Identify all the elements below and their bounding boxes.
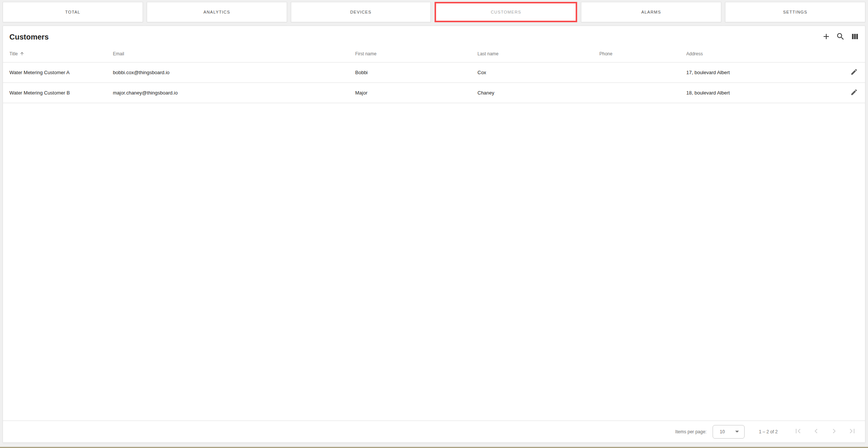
add-customer-button[interactable] [821, 31, 832, 43]
column-header-last-name[interactable]: Last name [477, 46, 599, 62]
tab-total[interactable]: TOTAL [3, 2, 143, 22]
cell-actions [842, 62, 865, 82]
previous-page-button[interactable] [812, 427, 821, 436]
column-header-email[interactable]: Email [113, 46, 355, 62]
cell-first-name: Bobbi [355, 62, 477, 82]
column-header-title-label: Title [9, 51, 18, 56]
table-row[interactable]: Water Metering Customer B major.chaney@t… [3, 82, 865, 103]
page-size-select[interactable]: 10 [713, 425, 745, 439]
column-header-actions [842, 46, 865, 62]
tab-alarms[interactable]: ALARMS [581, 2, 721, 22]
dashboard-state-tabs: TOTAL ANALYTICS DEVICES CUSTOMERS ALARMS… [3, 2, 865, 22]
card-toolbar [821, 31, 860, 43]
cell-last-name: Chaney [477, 82, 599, 103]
table-row[interactable]: Water Metering Customer A bobbi.cox@thin… [3, 62, 865, 82]
table-empty-area [3, 103, 865, 421]
cell-first-name: Major [355, 82, 477, 103]
cell-last-name: Cox [477, 62, 599, 82]
page-title: Customers [9, 33, 49, 41]
chevron-left-icon [812, 427, 821, 437]
first-page-button[interactable] [794, 427, 803, 436]
tab-analytics[interactable]: ANALYTICS [147, 2, 287, 22]
cell-title: Water Metering Customer A [3, 62, 113, 82]
customers-table: Title Email First name Last name Phone A… [3, 46, 865, 103]
cell-phone [599, 82, 686, 103]
edit-customer-button[interactable] [849, 67, 859, 77]
items-per-page-label: Items per page: [675, 429, 707, 434]
edit-pencil-icon [850, 68, 858, 77]
card-header: Customers [3, 26, 865, 46]
cell-address: 18, boulevard Albert [686, 82, 842, 103]
page-size-value: 10 [720, 429, 725, 434]
sort-asc-icon [20, 51, 24, 56]
chevron-right-icon [830, 427, 839, 437]
first-page-icon [794, 427, 803, 437]
add-icon [822, 32, 831, 42]
tab-customers[interactable]: CUSTOMERS [435, 2, 577, 22]
page-range-label: 1 – 2 of 2 [759, 429, 778, 434]
cell-title: Water Metering Customer B [3, 82, 113, 103]
pager-buttons [794, 427, 857, 436]
cell-phone [599, 62, 686, 82]
edit-customer-button[interactable] [849, 88, 859, 98]
column-header-title[interactable]: Title [3, 46, 113, 62]
cell-actions [842, 82, 865, 103]
last-page-button[interactable] [848, 427, 857, 436]
next-page-button[interactable] [830, 427, 839, 436]
search-icon [836, 32, 845, 42]
last-page-icon [848, 427, 857, 437]
chevron-down-icon [735, 431, 739, 433]
column-header-phone[interactable]: Phone [599, 46, 686, 62]
column-header-address[interactable]: Address [686, 46, 842, 62]
column-header-first-name[interactable]: First name [355, 46, 477, 62]
search-button[interactable] [835, 31, 846, 43]
tab-devices[interactable]: DEVICES [291, 2, 431, 22]
cell-email: bobbi.cox@thingsboard.io [113, 62, 355, 82]
cell-email: major.chaney@thingsboard.io [113, 82, 355, 103]
paginator: Items per page: 10 1 – 2 of 2 [3, 421, 865, 442]
columns-icon [850, 32, 859, 42]
columns-button[interactable] [849, 31, 860, 43]
customers-widget-card: Customers [3, 26, 865, 443]
tab-settings[interactable]: SETTINGS [725, 2, 865, 22]
edit-pencil-icon [850, 88, 858, 97]
table-header-row: Title Email First name Last name Phone A… [3, 46, 865, 62]
cell-address: 17, boulevard Albert [686, 62, 842, 82]
